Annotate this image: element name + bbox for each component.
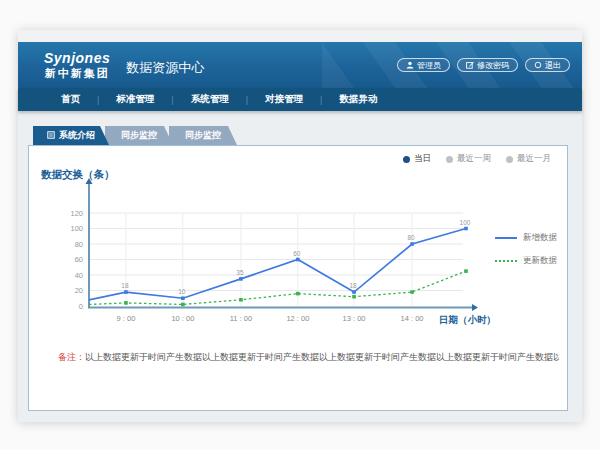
nav-item-home[interactable]: 首页 [44, 93, 97, 106]
svg-text:40: 40 [75, 271, 83, 280]
app-header: Synjones 新中新集团 数据资源中心 管理员 修改密码 退出 [18, 42, 582, 88]
legend-label: 新增数据 [523, 232, 557, 244]
document-icon [47, 131, 55, 141]
legend-label: 更新数据 [523, 255, 557, 267]
svg-text:11 : 00: 11 : 00 [230, 314, 252, 323]
svg-text:80: 80 [75, 240, 83, 249]
radio-today[interactable]: 当日 [403, 153, 431, 165]
svg-text:10 : 00: 10 : 00 [171, 314, 194, 323]
svg-text:100: 100 [460, 219, 471, 226]
change-password-button-label: 修改密码 [477, 60, 509, 71]
radio-last-week[interactable]: 最近一周 [446, 153, 491, 165]
tab-sync-monitor-2[interactable]: 同步监控 [169, 126, 237, 145]
footnote-prefix: 备注： [58, 352, 85, 362]
page: Synjones 新中新集团 数据资源中心 管理员 修改密码 退出 [18, 30, 582, 422]
admin-button-label: 管理员 [417, 60, 441, 71]
content-area: 系统介绍 同步监控 同步监控 0204060801001209 : 0010 :… [18, 111, 582, 422]
tab-sync-monitor-1[interactable]: 同步监控 [105, 126, 173, 145]
svg-text:80: 80 [407, 234, 415, 241]
footnote: 备注：以上数据更新于时间产生数据以上数据更新于时间产生数据以上数据更新于时间产生… [58, 351, 559, 364]
logout-button-label: 退出 [545, 60, 561, 71]
svg-text:20: 20 [75, 286, 83, 295]
radio-dot-icon [403, 156, 410, 163]
radio-last-month[interactable]: 最近一月 [506, 153, 551, 165]
radio-last-month-label: 最近一月 [517, 153, 551, 165]
screen: Synjones 新中新集团 数据资源中心 管理员 修改密码 退出 [0, 0, 600, 450]
nav-item-system-mgmt[interactable]: 系统管理 [174, 93, 246, 106]
chart-panel: 0204060801001209 : 0010 : 0011 : 0012 : … [28, 145, 568, 411]
logo-text-en: Synjones [44, 51, 110, 66]
tab-system-intro[interactable]: 系统介绍 [33, 126, 109, 145]
nav-item-standard-mgmt[interactable]: 标准管理 [99, 93, 171, 106]
svg-text:日期（小时）: 日期（小时） [439, 314, 496, 326]
main-nav: 首页 | 标准管理 | 系统管理 | 对接管理 | 数据异动 [18, 88, 582, 111]
radio-dot-icon [446, 156, 453, 163]
user-actions: 管理员 修改密码 退出 [397, 58, 570, 72]
line-chart: 0204060801001209 : 0010 : 0011 : 0012 : … [29, 146, 567, 410]
tab-label: 同步监控 [121, 129, 157, 142]
chart-legend: 新增数据 更新数据 [495, 232, 557, 267]
time-range-filter: 当日 最近一周 最近一月 [403, 153, 551, 165]
logout-icon [534, 61, 542, 69]
radio-last-week-label: 最近一周 [457, 153, 491, 165]
y-axis-title: 数据交换（条） [41, 168, 115, 182]
svg-text:60: 60 [75, 255, 83, 264]
tab-label: 同步监控 [185, 129, 221, 142]
tab-label: 系统介绍 [59, 129, 95, 142]
page-title: 数据资源中心 [126, 59, 204, 77]
change-password-button[interactable]: 修改密码 [457, 58, 518, 72]
svg-text:35: 35 [236, 269, 244, 276]
solid-line-icon [495, 237, 517, 239]
nav-item-connect-mgmt[interactable]: 对接管理 [248, 93, 320, 106]
svg-text:14 : 00: 14 : 00 [401, 314, 424, 323]
nav-item-data-change[interactable]: 数据异动 [322, 93, 394, 106]
svg-text:12 : 00: 12 : 00 [286, 314, 309, 323]
svg-text:18: 18 [349, 282, 357, 289]
logo-text-cn: 新中新集团 [44, 67, 110, 79]
tab-bar: 系统介绍 同步监控 同步监控 [33, 126, 237, 145]
legend-item-updated-data[interactable]: 更新数据 [495, 255, 557, 267]
svg-text:10: 10 [178, 288, 186, 295]
logo: Synjones 新中新集团 [44, 51, 110, 78]
edit-icon [466, 61, 474, 69]
svg-text:18: 18 [121, 282, 129, 289]
footnote-text: 以上数据更新于时间产生数据以上数据更新于时间产生数据以上数据更新于时间产生数据以… [85, 352, 559, 362]
radio-today-label: 当日 [414, 153, 431, 165]
radio-dot-icon [506, 156, 513, 163]
svg-text:0: 0 [79, 302, 83, 311]
logout-button[interactable]: 退出 [525, 58, 570, 72]
svg-text:120: 120 [70, 209, 83, 218]
legend-item-new-data[interactable]: 新增数据 [495, 232, 557, 244]
dotted-line-icon [495, 260, 517, 262]
user-icon [406, 61, 414, 69]
svg-text:9 : 00: 9 : 00 [117, 314, 136, 323]
svg-text:60: 60 [293, 250, 301, 257]
svg-text:100: 100 [70, 224, 83, 233]
svg-text:13 : 00: 13 : 00 [343, 314, 366, 323]
admin-button[interactable]: 管理员 [397, 58, 450, 72]
